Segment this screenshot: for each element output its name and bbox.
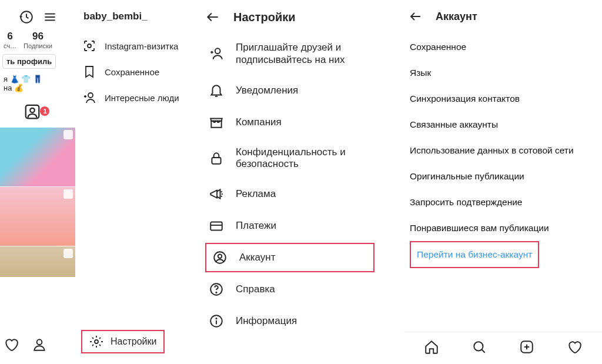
post-thumbnail[interactable] [0, 246, 75, 277]
page-title: Настройки [233, 11, 296, 24]
settings-label: Реклама [236, 188, 276, 200]
settings-label: Справка [236, 283, 275, 295]
settings-item-business[interactable]: Компания [205, 106, 404, 138]
svg-point-15 [218, 254, 222, 258]
bio-text: я 👗 👕 👖 на 💰 [0, 69, 76, 92]
tagged-photos-icon[interactable] [24, 103, 41, 121]
account-item-saved[interactable]: Сохраненное [410, 34, 602, 60]
settings-item-ads[interactable]: Реклама [205, 178, 404, 210]
account-item-linked[interactable]: Связанные аккаунты [410, 112, 602, 138]
settings-item-about[interactable]: Информация [205, 305, 404, 337]
heart-tab-icon[interactable] [567, 339, 582, 355]
back-icon[interactable] [409, 9, 423, 24]
svg-point-7 [88, 44, 91, 48]
stat-following[interactable]: 96 Подписки [24, 31, 52, 49]
svg-point-8 [88, 93, 93, 98]
settings-item-help[interactable]: Справка [205, 273, 404, 305]
settings-item-payments[interactable]: Платежи [205, 210, 404, 242]
settings-label: Аккаунт [239, 252, 276, 263]
settings-label: Платежи [236, 220, 276, 232]
info-icon [209, 313, 224, 329]
menu-settings[interactable]: Настройки [81, 330, 165, 353]
settings-label: Компания [236, 116, 282, 128]
lock-icon [209, 151, 224, 166]
settings-label: Конфиденциальность и безопасность [236, 146, 400, 170]
menu-discover[interactable]: Интересные люди [82, 85, 188, 111]
svg-point-5 [30, 108, 35, 113]
hamburger-icon[interactable] [42, 9, 58, 25]
megaphone-icon [209, 186, 224, 202]
back-icon[interactable] [205, 9, 220, 25]
account-screen: Аккаунт Сохраненное Язык Синхронизация к… [404, 0, 602, 364]
settings-label: Уведомления [236, 85, 298, 96]
bookmark-icon [82, 65, 96, 79]
svg-rect-11 [212, 157, 220, 163]
home-tab-icon[interactable] [424, 339, 439, 355]
menu-label: Настройки [111, 336, 156, 347]
account-item-switch-business[interactable]: Перейти на бизнес-аккаунт [410, 241, 539, 268]
settings-item-notifications[interactable]: Уведомления [205, 75, 404, 106]
side-menu: baby_bembi_ Instagram-визитка Сохраненно… [82, 5, 188, 111]
svg-point-9 [95, 340, 98, 343]
settings-screen: Настройки Приглашайте друзей и подписыва… [197, 0, 404, 364]
archive-icon[interactable] [19, 9, 34, 25]
credit-card-icon [209, 218, 224, 233]
account-item-liked[interactable]: Понравившиеся вам публикации [410, 215, 602, 241]
storefront-icon [209, 115, 224, 130]
account-item-cellular[interactable]: Использование данных в сотовой сети [410, 138, 602, 163]
username-label: baby_bembi_ [82, 5, 188, 33]
new-post-tab-icon[interactable] [519, 339, 534, 355]
post-thumbnail[interactable] [0, 128, 75, 186]
menu-label: Сохраненное [105, 67, 159, 77]
user-circle-icon [212, 250, 228, 265]
menu-label: Интересные люди [105, 93, 179, 103]
heart-icon[interactable] [4, 337, 19, 352]
svg-line-22 [481, 349, 484, 352]
settings-item-privacy[interactable]: Конфиденциальность и безопасность [205, 138, 404, 178]
settings-item-invite[interactable]: Приглашайте друзей и подписывайтесь на н… [205, 33, 404, 75]
svg-point-17 [216, 292, 216, 292]
add-person-icon [82, 91, 96, 105]
stat-followers[interactable]: 6 сч… [4, 31, 16, 49]
menu-label: Instagram-визитка [105, 41, 178, 51]
page-title: Аккаунт [436, 11, 477, 23]
menu-saved[interactable]: Сохраненное [82, 59, 188, 85]
profile-screen: 6 сч… 96 Подписки ть профиль я 👗 👕 👖 на … [0, 0, 197, 364]
gear-icon [89, 335, 103, 349]
account-item-original[interactable]: Оригинальные публикации [410, 163, 602, 189]
settings-item-account[interactable]: Аккаунт [205, 243, 374, 272]
settings-label: Приглашайте друзей и подписывайтесь на н… [236, 41, 400, 66]
profile-tab-icon[interactable] [32, 337, 47, 352]
account-item-verify[interactable]: Запросить подтверждение [410, 189, 602, 215]
nametag-icon [82, 39, 96, 53]
svg-point-20 [216, 318, 216, 319]
edit-profile-button[interactable]: ть профиль [2, 54, 56, 69]
menu-nametag[interactable]: Instagram-визитка [82, 33, 188, 59]
search-tab-icon[interactable] [471, 339, 487, 355]
account-item-language[interactable]: Язык [410, 60, 602, 86]
svg-point-21 [474, 342, 483, 350]
svg-point-10 [215, 49, 220, 54]
notification-badge: 1 [40, 106, 49, 116]
svg-point-6 [37, 339, 42, 345]
account-item-contacts[interactable]: Синхронизация контактов [410, 86, 602, 112]
add-person-icon [209, 46, 224, 61]
post-thumbnail[interactable] [0, 187, 75, 246]
svg-rect-12 [210, 222, 222, 230]
help-icon [209, 282, 224, 297]
bell-icon [209, 83, 224, 98]
settings-label: Информация [236, 315, 297, 327]
